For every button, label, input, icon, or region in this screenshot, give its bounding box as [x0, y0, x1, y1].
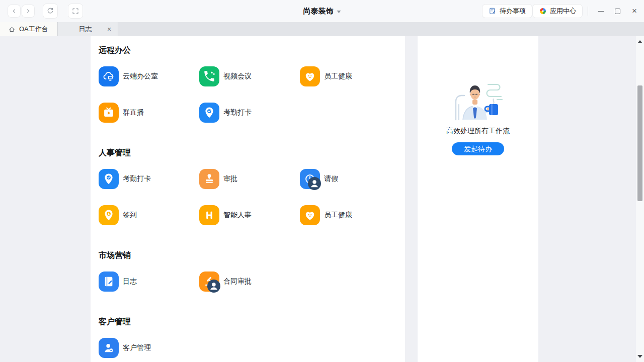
attendance-icon [199, 103, 219, 123]
smart-hr-icon [199, 205, 219, 225]
minimize-icon [598, 11, 604, 12]
app-item[interactable]: 考勤打卡 [99, 169, 199, 189]
scrollbar [636, 36, 644, 362]
journal-icon [99, 272, 119, 292]
customer-mgmt-icon [99, 338, 119, 358]
app-label: 考勤打卡 [223, 108, 252, 117]
todo-panel: 高效处理所有工作流 发起待办 [418, 36, 538, 362]
app-item[interactable]: 客户管理 [99, 338, 199, 358]
app-item[interactable]: 员工健康 [300, 66, 400, 86]
scroll-up-arrow[interactable] [637, 40, 642, 43]
refresh-icon [46, 7, 54, 15]
org-title-dropdown[interactable]: 尚泰装饰 [303, 0, 341, 22]
app-center-label: 应用中心 [550, 7, 576, 16]
tab-bar: OA工作台 日志 × [0, 22, 644, 36]
scroll-down-arrow[interactable] [637, 355, 642, 358]
app-item[interactable]: 云端办公室 [99, 66, 199, 86]
app-item[interactable]: 日志 [99, 272, 199, 292]
titlebar-separator [588, 7, 588, 16]
app-item[interactable]: 请假 [300, 169, 400, 189]
app-item[interactable]: 视频会议 [199, 66, 300, 86]
minimize-button[interactable] [596, 6, 607, 16]
app-label: 群直播 [123, 108, 144, 117]
maximize-button[interactable] [612, 6, 623, 16]
app-label: 云端办公室 [123, 72, 158, 81]
app-label: 日志 [123, 277, 137, 286]
leave-icon [300, 169, 320, 189]
app-item[interactable]: 审批 [199, 169, 300, 189]
workspace-content: 远程办公 云端办公室 视频会议 员工健康 群直播 考勤打卡 人事管理 考勤打卡 … [0, 36, 644, 362]
workflow-illustration [445, 73, 511, 121]
app-center-pinwheel-icon [539, 7, 547, 15]
fullscreen-button[interactable] [68, 4, 83, 18]
app-label: 视频会议 [223, 72, 252, 81]
apps-grid: 日志 合同审批 [99, 272, 405, 292]
approval-icon [199, 169, 219, 189]
app-label: 审批 [223, 174, 237, 184]
title-bar: 尚泰装饰 待办事项 应用中心 × [0, 0, 644, 22]
group-live-icon [99, 103, 119, 123]
forward-button[interactable] [22, 5, 34, 17]
apps-grid: 客户管理 [99, 338, 405, 358]
chevron-left-icon [11, 8, 18, 15]
close-window-button[interactable]: × [629, 6, 640, 16]
chevron-down-icon [337, 11, 341, 13]
app-label: 员工健康 [324, 211, 352, 220]
app-label: 考勤打卡 [123, 174, 151, 184]
app-section: 市场营销 日志 合同审批 [99, 250, 405, 292]
app-item[interactable]: 员工健康 [300, 205, 400, 225]
video-meeting-icon [199, 66, 219, 86]
app-section: 人事管理 考勤打卡 审批 请假 签到 智能人事 员工健康 [99, 148, 405, 225]
section-title: 远程办公 [99, 45, 405, 56]
section-title: 客户管理 [99, 317, 405, 327]
mini-person-badge [207, 280, 220, 293]
maximize-icon [615, 9, 620, 14]
mini-person-badge [308, 177, 321, 190]
org-title: 尚泰装饰 [303, 7, 334, 16]
app-section: 客户管理 客户管理 [99, 317, 405, 358]
chevron-right-icon [25, 8, 32, 15]
app-item[interactable]: 签到 [99, 205, 199, 225]
tab-label: OA工作台 [19, 25, 48, 34]
app-item[interactable]: 合同审批 [199, 272, 300, 292]
close-icon: × [632, 6, 637, 16]
app-sections: 远程办公 云端办公室 视频会议 员工健康 群直播 考勤打卡 人事管理 考勤打卡 … [99, 45, 405, 358]
todo-items-button[interactable]: 待办事项 [482, 5, 532, 18]
section-title: 人事管理 [99, 148, 405, 158]
tab-label: 日志 [79, 25, 92, 34]
apps-grid: 云端办公室 视频会议 员工健康 群直播 考勤打卡 [99, 66, 405, 123]
app-label: 签到 [123, 211, 137, 220]
cloud-office-icon [99, 66, 119, 86]
app-label: 客户管理 [123, 343, 151, 352]
section-title: 市场营销 [99, 250, 405, 261]
tab-close-icon[interactable]: × [105, 25, 113, 33]
app-label: 请假 [324, 174, 338, 184]
todo-list-icon [489, 7, 497, 15]
app-label: 员工健康 [324, 72, 352, 81]
tab-journal[interactable]: 日志 × [58, 22, 118, 36]
scrollbar-thumb[interactable] [637, 85, 642, 201]
fullscreen-icon [71, 7, 79, 15]
app-section: 远程办公 云端办公室 视频会议 员工健康 群直播 考勤打卡 [99, 45, 405, 123]
todo-items-label: 待办事项 [500, 7, 526, 16]
app-label: 智能人事 [223, 211, 252, 220]
employee-health-icon [300, 205, 320, 225]
app-item[interactable]: 群直播 [99, 103, 199, 123]
refresh-button[interactable] [43, 4, 57, 18]
launch-todo-button[interactable]: 发起待办 [452, 142, 504, 155]
app-label: 合同审批 [223, 277, 252, 286]
todo-caption: 高效处理所有工作流 [418, 127, 538, 136]
app-item[interactable]: 考勤打卡 [199, 103, 300, 123]
tab-oa-workbench[interactable]: OA工作台 [0, 22, 58, 36]
apps-grid: 考勤打卡 审批 请假 签到 智能人事 员工健康 [99, 169, 405, 225]
app-center-button[interactable]: 应用中心 [533, 5, 582, 18]
app-launcher-panel: 远程办公 云端办公室 视频会议 员工健康 群直播 考勤打卡 人事管理 考勤打卡 … [91, 36, 405, 362]
checkin-icon [99, 205, 119, 225]
attendance-icon [99, 169, 119, 189]
back-button[interactable] [8, 5, 20, 17]
home-icon [8, 26, 16, 33]
contract-approval-icon [199, 272, 219, 292]
employee-health-icon [300, 66, 320, 86]
app-item[interactable]: 智能人事 [199, 205, 300, 225]
